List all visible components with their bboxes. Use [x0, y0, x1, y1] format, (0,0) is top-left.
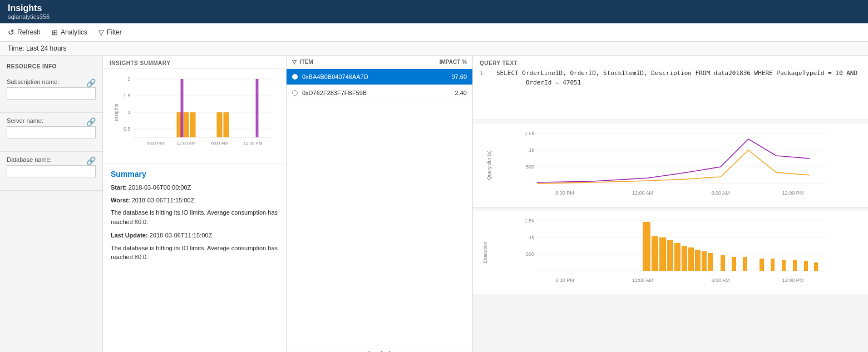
server-label: Server name: [7, 117, 43, 124]
svg-text:6:00 PM: 6:00 PM [555, 190, 574, 196]
svg-text:Insights: Insights [114, 103, 119, 121]
database-edit-icon[interactable]: 🔗 [86, 156, 96, 165]
svg-rect-44 [682, 246, 687, 271]
svg-rect-54 [782, 260, 786, 271]
sidebar: RESOURCE INFO Subscription name: 🔗 Serve… [0, 56, 103, 352]
app-title: Insights [8, 3, 860, 13]
time-bar: Time: Last 24 hours [0, 42, 868, 56]
query-line-1: OrderId = 47051 [473, 78, 868, 87]
database-input[interactable] [7, 165, 96, 177]
right-panel: QUERY TEXT 1 SELECT OrderLineID, OrderID… [473, 56, 868, 352]
svg-text:6:00 PM: 6:00 PM [147, 141, 164, 146]
svg-text:500: 500 [526, 164, 534, 170]
query-line-num-0: 1 [480, 70, 491, 77]
refresh-button[interactable]: Refresh [8, 28, 41, 37]
svg-text:1.5k: 1.5k [525, 218, 535, 224]
pagination: ‹ 1 of 1 › [287, 345, 472, 352]
server-input[interactable] [7, 126, 96, 138]
analytics-icon [52, 28, 58, 37]
svg-rect-43 [674, 243, 680, 271]
filter-label: Filter [107, 28, 122, 36]
item-row-0[interactable]: 0xBA4B0B040746AA7D 97.60 [287, 69, 472, 85]
refresh-label: Refresh [17, 28, 41, 36]
svg-text:1.5: 1.5 [124, 93, 131, 98]
svg-text:6:00 PM: 6:00 PM [555, 277, 574, 283]
next-page-button[interactable]: › [397, 350, 400, 352]
query-text-panel: QUERY TEXT 1 SELECT OrderLineID, OrderID… [473, 56, 868, 120]
refresh-icon [8, 28, 14, 37]
svg-text:12:00 AM: 12:00 AM [177, 141, 196, 146]
summary-last-update: Last Update: 2018-03-06T11:15:00Z [111, 231, 278, 240]
svg-rect-11 [184, 112, 189, 137]
center-area: INSIGHTS SUMMARY 2 1.5 1 0.5 Insights [103, 56, 868, 352]
svg-rect-51 [743, 257, 747, 271]
svg-rect-14 [224, 112, 229, 137]
svg-rect-40 [652, 236, 658, 271]
summary-last-update-label: Last Update: [111, 232, 148, 239]
svg-rect-41 [659, 237, 666, 271]
analytics-label: Analytics [61, 28, 87, 36]
bar-chart-y-label: Execution [482, 241, 488, 264]
item-impact-1: 2.40 [422, 90, 467, 96]
line-chart-y-label: Query dur (s) [486, 150, 492, 180]
subscription-label: Subscription name: [7, 78, 59, 85]
item-row-1[interactable]: 0xD762F283F7FBF59B 2.40 [287, 85, 472, 101]
subscription-field: Subscription name: 🔗 [0, 74, 102, 113]
subscription-edit-icon[interactable]: 🔗 [86, 78, 96, 87]
svg-text:1.5k: 1.5k [525, 131, 535, 136]
line-chart-svg: 1.5k 1k 500 6:00 PM 12:00 AM 6:00 AM 12:… [480, 128, 861, 200]
sidebar-section-title: RESOURCE INFO [0, 61, 102, 74]
summary-worst-value: 2018-03-06T11:15:00Z [132, 197, 195, 204]
svg-text:2: 2 [127, 76, 130, 82]
item-list-header: ▽ ITEM IMPACT % [287, 56, 472, 69]
summary-title: Summary [111, 170, 278, 179]
svg-text:0.5: 0.5 [124, 126, 131, 132]
query-line-num-1 [480, 79, 491, 86]
query-text-title: QUERY TEXT [473, 56, 868, 68]
insights-summary-title: INSIGHTS SUMMARY [103, 56, 286, 69]
summary-section: Summary Start: 2018-03-06T00:00:00Z Wors… [103, 163, 286, 272]
svg-rect-13 [217, 112, 223, 137]
svg-rect-57 [814, 262, 818, 271]
svg-rect-45 [688, 247, 694, 271]
summary-worst: Worst: 2018-03-06T11:15:00Z [111, 196, 278, 205]
filter-icon [98, 28, 104, 37]
svg-rect-56 [804, 261, 808, 271]
svg-rect-52 [760, 259, 764, 271]
svg-text:6:00 AM: 6:00 AM [211, 141, 228, 146]
svg-rect-16 [256, 79, 259, 137]
summary-worst-label: Worst: [111, 197, 130, 204]
summary-desc2: The database is hitting its IO limits. A… [111, 244, 278, 262]
app-subtitle: sqlanalytics356 [8, 13, 860, 20]
svg-rect-53 [771, 259, 775, 271]
svg-rect-49 [721, 255, 725, 271]
bar-chart-panel: Execution 1.5k 1k 500 [473, 211, 868, 294]
app-header: Insights sqlanalytics356 [0, 0, 868, 23]
server-field: Server name: 🔗 [0, 113, 102, 152]
line-chart-panel: Query dur (s) 1.5k 1k 500 [473, 123, 868, 207]
item-name-1: 0xD762F283F7FBF59B [302, 90, 422, 96]
svg-text:12:00 AM: 12:00 AM [632, 277, 653, 283]
filter-button[interactable]: Filter [98, 28, 122, 37]
subscription-input[interactable] [7, 87, 96, 100]
query-text-1: OrderId = 47051 [496, 79, 581, 86]
svg-text:12:00 PM: 12:00 PM [782, 277, 804, 283]
server-edit-icon[interactable]: 🔗 [86, 117, 96, 126]
svg-rect-50 [732, 257, 736, 271]
prev-page-button[interactable]: ‹ [359, 350, 362, 352]
svg-text:500: 500 [526, 251, 534, 257]
item-dot-0 [292, 74, 298, 80]
bar-chart-svg: 1.5k 1k 500 [480, 215, 861, 287]
database-label: Database name: [7, 156, 52, 163]
svg-text:1k: 1k [529, 235, 534, 240]
svg-rect-12 [190, 112, 196, 137]
analytics-button[interactable]: Analytics [52, 28, 87, 37]
summary-start-label: Start: [111, 184, 127, 191]
summary-start: Start: 2018-03-06T00:00:00Z [111, 183, 278, 192]
toolbar: Refresh Analytics Filter [0, 23, 868, 42]
item-dot-1 [292, 90, 298, 96]
svg-rect-42 [667, 240, 673, 271]
insights-chart-svg: 2 1.5 1 0.5 Insights [107, 73, 282, 151]
insights-panel: INSIGHTS SUMMARY 2 1.5 1 0.5 Insights [103, 56, 287, 352]
summary-last-update-value: 2018-03-06T11:15:00Z [150, 232, 213, 239]
